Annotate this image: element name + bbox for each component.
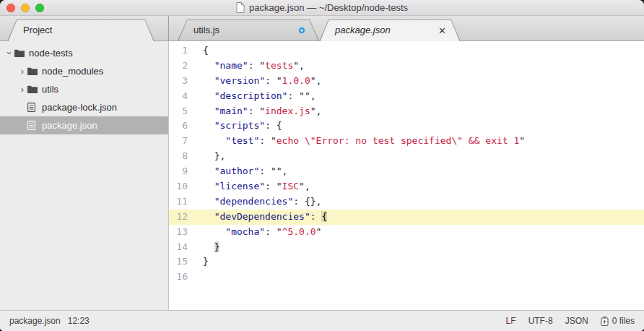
tree-item-node-tests[interactable]: ›node-tests [0, 44, 168, 62]
chevron-right-icon[interactable]: › [17, 66, 27, 77]
chevron-down-icon[interactable]: › [4, 48, 15, 59]
code-line[interactable]: 12 "devDependencies": { [169, 210, 644, 225]
tree-item-label: package-lock.json [42, 102, 117, 113]
code-text: "main": "index.js", [188, 104, 321, 119]
code-line[interactable]: 15} [169, 254, 644, 270]
code-text: "mocha": "^5.0.0" [188, 225, 321, 240]
document-icon [236, 2, 245, 13]
code-line[interactable]: 14 } [169, 240, 644, 255]
tree-item-label: node-tests [29, 48, 73, 59]
code-text: "author": "", [188, 164, 287, 179]
encoding-indicator[interactable]: UTF-8 [528, 316, 553, 326]
code-line[interactable]: 5 "main": "index.js", [169, 104, 644, 119]
code-text: "devDependencies": { [188, 210, 327, 225]
tree-item-label: package.json [42, 120, 97, 131]
tab-package-json[interactable]: package.json ✕ [319, 20, 461, 41]
tree-item-package-lock.json[interactable]: package-lock.json [0, 98, 168, 116]
editor-tab-bar: utils.js package.json ✕ [169, 16, 644, 41]
project-sidebar: ›node-tests›node_modules›utilspackage-lo… [0, 41, 169, 310]
code-text: "description": "", [188, 89, 316, 104]
tree-item-label: node_modules [42, 66, 103, 77]
code-text: "license": "ISC", [188, 179, 310, 194]
status-file-name: package.json [9, 316, 61, 326]
code-line[interactable]: 13 "mocha": "^5.0.0" [169, 225, 644, 240]
files-count-group[interactable]: 0 files [601, 316, 635, 326]
code-line[interactable]: 4 "description": "", [169, 89, 644, 104]
line-number: 5 [169, 104, 188, 119]
title-bar[interactable]: package.json — ~/Desktop/node-tests [0, 0, 644, 16]
line-number: 12 [169, 210, 188, 225]
code-text: "dependencies": {}, [188, 194, 321, 210]
line-number: 3 [169, 74, 188, 89]
close-window-button[interactable] [6, 4, 15, 12]
chevron-right-icon[interactable]: › [17, 84, 27, 95]
tree-item-label: utils [42, 84, 58, 95]
minimize-window-button[interactable] [21, 4, 30, 12]
sidebar-tab-bar: Project [0, 16, 169, 41]
code-line[interactable]: 1{ [169, 43, 644, 59]
code-line[interactable]: 9 "author": "", [169, 164, 644, 179]
line-number: 1 [169, 43, 188, 59]
folder-icon [27, 85, 42, 93]
line-number: 16 [169, 270, 188, 285]
folder-icon [14, 49, 29, 57]
line-number: 4 [169, 89, 188, 104]
line-number: 13 [169, 225, 188, 240]
code-line[interactable]: 11 "dependencies": {}, [169, 194, 644, 210]
code-line[interactable]: 8 }, [169, 149, 644, 164]
line-number: 14 [169, 240, 188, 255]
project-panel-tab[interactable]: Project [7, 20, 155, 41]
close-tab-icon[interactable]: ✕ [438, 25, 446, 36]
window-title: package.json — ~/Desktop/node-tests [249, 2, 408, 13]
code-text: } [188, 240, 219, 255]
code-text: "test": "echo \"Error: no test specified… [188, 134, 525, 149]
line-number: 10 [169, 179, 188, 194]
code-text: "scripts": { [188, 119, 282, 134]
code-text [188, 270, 203, 285]
code-text: "name": "tests", [188, 59, 305, 74]
tree-item-package.json[interactable]: package.json [0, 116, 168, 134]
code-line[interactable]: 16 [169, 270, 644, 285]
folder-icon [27, 67, 42, 75]
tab-label: utils.js [178, 20, 319, 40]
code-line[interactable]: 6 "scripts": { [169, 119, 644, 134]
file-icon [27, 121, 42, 130]
tab-utils-js[interactable]: utils.js [178, 20, 319, 40]
code-editor[interactable]: 1{2 "name": "tests",3 "version": "1.0.0"… [169, 41, 644, 310]
code-text: "version": "1.0.0", [188, 74, 321, 89]
files-count-label: 0 files [612, 316, 635, 326]
line-number: 9 [169, 164, 188, 179]
line-number: 2 [169, 59, 188, 74]
modified-indicator-icon [299, 27, 305, 33]
file-tree: ›node-tests›node_modules›utilspackage-lo… [0, 44, 168, 134]
file-icon [27, 103, 42, 112]
code-text: { [188, 43, 209, 59]
zoom-window-button[interactable] [35, 4, 44, 12]
tree-item-node_modules[interactable]: ›node_modules [0, 62, 168, 80]
project-tab-label: Project [7, 20, 155, 40]
status-bar: package.json 12:23 LF UTF-8 JSON 0 files [0, 310, 644, 331]
code-line[interactable]: 10 "license": "ISC", [169, 179, 644, 194]
line-number: 11 [169, 194, 188, 210]
line-number: 6 [169, 119, 188, 134]
traffic-lights [6, 4, 44, 12]
app-window: package.json — ~/Desktop/node-tests Proj… [0, 0, 644, 331]
code-line[interactable]: 2 "name": "tests", [169, 59, 644, 74]
line-number: 8 [169, 149, 188, 164]
code-line[interactable]: 7 "test": "echo \"Error: no test specifi… [169, 134, 644, 149]
code-text: } [188, 254, 209, 270]
line-number: 15 [169, 254, 188, 270]
syntax-indicator[interactable]: JSON [565, 316, 588, 326]
tree-item-utils[interactable]: ›utils [0, 80, 168, 98]
code-line[interactable]: 3 "version": "1.0.0", [169, 74, 644, 89]
cursor-position: 12:23 [68, 316, 90, 326]
file-copy-icon [601, 317, 609, 326]
line-number: 7 [169, 134, 188, 149]
code-text: }, [188, 149, 225, 164]
code-lines: 1{2 "name": "tests",3 "version": "1.0.0"… [169, 43, 644, 285]
line-ending-indicator[interactable]: LF [506, 316, 516, 326]
